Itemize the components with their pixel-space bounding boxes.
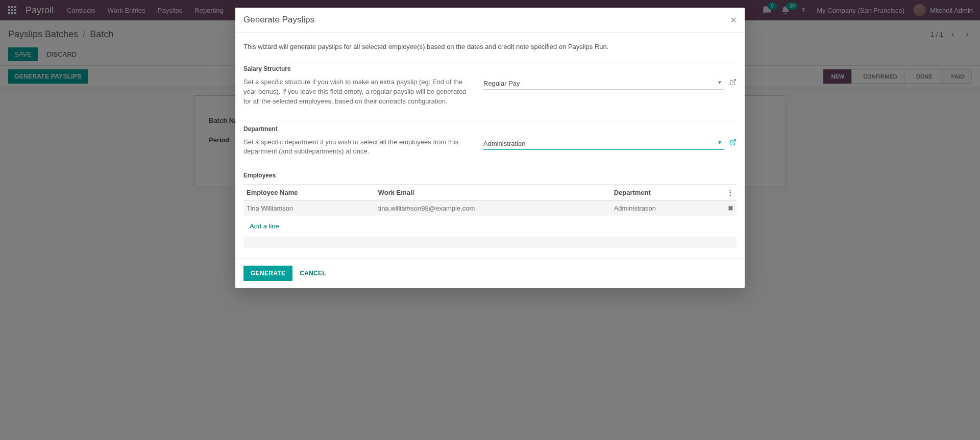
cell-employee-name[interactable]: Tina Williamson [243,201,375,216]
department-desc: Set a specific department if you wish to… [243,138,468,157]
cell-work-email[interactable]: tina.williamson98@example.com [375,201,611,216]
department-title: Department [243,125,737,133]
separator [243,122,737,122]
remove-row-icon[interactable]: ✖ [721,201,737,216]
department-input[interactable] [483,138,724,150]
modal-overlay[interactable]: Generate Payslips × This wizard will gen… [0,0,980,440]
cell-department[interactable]: Administration [611,201,721,216]
external-link-icon[interactable] [729,77,737,87]
generate-payslips-modal: Generate Payslips × This wizard will gen… [235,8,745,288]
employees-table: Employee Name Work Email Department ⋮ Ti… [243,184,737,248]
generate-button[interactable]: GENERATE [243,266,292,281]
salary-structure-desc: Set a specific structure if you wish to … [243,77,468,107]
modal-intro: This wizard will generate payslips for a… [243,43,737,50]
close-icon[interactable]: × [730,15,737,25]
external-link-icon[interactable] [729,138,737,147]
table-row[interactable]: Tina Williamson tina.williamson98@exampl… [243,201,737,216]
col-work-email[interactable]: Work Email [375,185,611,201]
add-line-link[interactable]: Add a line [247,219,282,233]
separator [243,62,737,62]
cancel-button[interactable]: CANCEL [300,270,326,277]
kebab-icon[interactable]: ⋮ [727,189,733,196]
modal-title: Generate Payslips [243,15,314,25]
salary-structure-title: Salary Structure [243,65,737,72]
col-department[interactable]: Department [611,185,721,201]
col-employee-name[interactable]: Employee Name [243,185,375,201]
employees-title: Employees [243,172,737,179]
salary-structure-input[interactable] [483,77,724,90]
